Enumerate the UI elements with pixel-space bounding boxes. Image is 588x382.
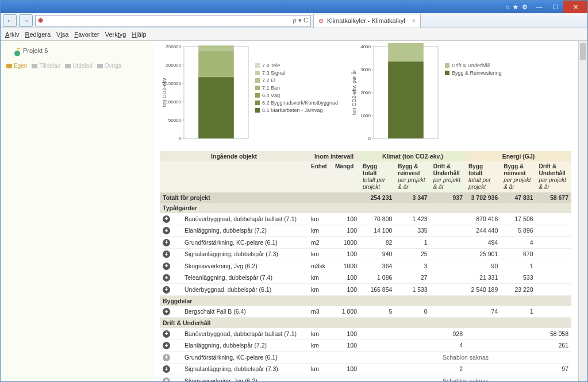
col-interval: Inom intervall [308, 151, 360, 161]
favicon-icon: ⊕ [38, 17, 43, 24]
table-row[interactable]: +Skogsavverkning, Jvg (6.2)m3sk100036439… [160, 260, 571, 272]
col-enhet: Enhet [308, 161, 332, 192]
svg-rect-34 [388, 43, 424, 61]
search-refresh-icon[interactable]: ρ ▾ Ċ [293, 17, 308, 24]
table-row[interactable]: +Teleanläggning, dubbelspår (7.4)km1001 … [160, 272, 571, 284]
table-row[interactable]: +Signalanläggning, dubbelspår (7.3)km100… [160, 363, 571, 375]
back-button[interactable]: ← [3, 14, 17, 27]
content-area: Projekt 6 EgenTilldeladUtdeladÖvriga 050… [1, 41, 587, 381]
sidebar-categories: EgenTilldeladUtdeladÖvriga [6, 59, 147, 72]
svg-text:200000: 200000 [166, 63, 181, 68]
address-bar[interactable]: ⊕ ρ ▾ Ċ [35, 15, 311, 26]
category-tilldelad[interactable]: Tilldelad [32, 63, 60, 69]
sidebar-project-item[interactable]: Projekt 6 [6, 44, 147, 59]
legend-item: 6.4 Väg [255, 92, 338, 98]
table-row[interactable]: +Elanläggning, dubbelspår (7.2)km10014 1… [160, 225, 571, 237]
expand-icon[interactable]: + [163, 286, 170, 294]
minimize-button[interactable]: — [531, 1, 547, 13]
table-row[interactable]: +Bergschakt Fall B (6.4)m31 00050741 [160, 306, 571, 318]
table-row[interactable]: +Banöverbyggnad, dubbelspår ballast (7.1… [160, 213, 571, 225]
col-e3: Drift & Underhållper projekt & år [536, 161, 571, 192]
col-e2: Bygg & reinvestper projekt & år [501, 161, 536, 192]
section-header: Byggdelar [160, 295, 571, 306]
menu-favoriter[interactable]: Favoriter [74, 31, 99, 38]
expand-icon[interactable]: + [163, 308, 170, 315]
col-e1: Bygg totalttotalt per projekt [466, 161, 501, 192]
svg-rect-17 [198, 51, 234, 77]
charts-row: 050000100000150000200000250000ton CO2-ek… [160, 41, 571, 151]
expand-icon[interactable]: + [163, 227, 170, 234]
menubar: Arkiv Redigera Visa Favoriter Verktyg Hj… [1, 28, 587, 41]
category-utdelad[interactable]: Utdelad [65, 63, 92, 69]
star-icon[interactable]: ★ [513, 3, 518, 11]
menu-hjalp[interactable]: Hjälp [132, 31, 146, 38]
project-label: Projekt 6 [23, 47, 48, 54]
tab-title: Klimatkalkyler - Klimatkalkyl [327, 17, 405, 24]
expand-icon[interactable]: + [163, 354, 170, 361]
svg-rect-20 [198, 45, 234, 45]
status-badge-icon [14, 51, 20, 56]
titlebar: ⌂ ★ ⚙ — ☐ ✕ [1, 1, 587, 13]
table-row[interactable]: +Grundförstärkning, KC-pelare (6.1)Schab… [160, 352, 571, 364]
table-row[interactable]: +Underbyggnad, dubbelspår (6.1)km100166 … [160, 284, 571, 296]
expand-icon[interactable]: + [163, 274, 170, 281]
svg-text:3000: 3000 [360, 67, 371, 72]
expand-icon[interactable]: + [163, 365, 170, 373]
menu-arkiv[interactable]: Arkiv [5, 31, 19, 38]
home-icon[interactable]: ⌂ [505, 3, 509, 10]
vertical-scrollbar[interactable] [578, 41, 587, 381]
legend-item: 7.3 Signal [255, 70, 338, 76]
svg-text:0: 0 [368, 136, 371, 141]
col-energi: Energi (GJ) [466, 151, 571, 161]
col-objekt: Ingående objekt [160, 151, 308, 161]
sidebar: Projekt 6 EgenTilldeladUtdeladÖvriga [1, 41, 153, 381]
category-egen[interactable]: Egen [6, 63, 27, 69]
scrollbar-thumb[interactable] [580, 43, 586, 60]
expand-icon[interactable]: + [163, 239, 170, 246]
expand-icon[interactable]: + [163, 250, 170, 258]
svg-text:100000: 100000 [166, 99, 181, 105]
chart-left-svg: 050000100000150000200000250000ton CO2-ek… [160, 43, 252, 146]
table-row[interactable]: +Banöverbyggnad, dubbelspår ballast (7.1… [160, 328, 571, 339]
col-k1: Bygg totalttotalt per projekt [360, 161, 395, 192]
section-header: Typåtgärder [160, 203, 571, 213]
legend-item: 7.2 El [255, 78, 338, 83]
table-row[interactable]: +Signalanläggning, dubbelspår (7.3)km100… [160, 248, 571, 260]
expand-icon[interactable]: + [163, 342, 170, 349]
legend-item: 6.1 Markarbeten - Järnväg [255, 107, 338, 113]
tab-close-icon[interactable]: × [412, 17, 416, 24]
svg-text:50000: 50000 [168, 118, 182, 123]
expand-icon[interactable]: + [163, 215, 170, 223]
svg-text:ton CO2-ekv. per år: ton CO2-ekv. per år [351, 70, 357, 115]
chart-left-legend: 7.4 Tele7.3 Signal7.2 El7.1 Ban6.4 Väg6.… [255, 43, 338, 146]
expand-icon[interactable]: + [163, 330, 170, 338]
tab-favicon-icon: ⊕ [318, 17, 324, 25]
menu-verktyg[interactable]: Verktyg [105, 31, 126, 38]
menu-redigera[interactable]: Redigera [25, 31, 51, 38]
svg-text:1000: 1000 [360, 113, 371, 118]
legend-item: Bygg & Reinvestering [445, 70, 502, 76]
browser-navbar: ← → ⊕ ρ ▾ Ċ ⊕ Klimatkalkyler - Klimatkal… [1, 13, 587, 28]
col-klimat: Klimat (ton CO2-ekv.) [360, 151, 466, 161]
close-button[interactable]: ✕ [563, 1, 587, 13]
results-table: Ingående objekt Inom intervall Klimat (t… [160, 151, 571, 381]
category-övriga[interactable]: Övriga [97, 63, 121, 69]
gear-icon[interactable]: ⚙ [522, 3, 528, 11]
expand-icon[interactable]: + [163, 377, 170, 382]
col-k2: Bygg & reinvestper projekt & år [395, 161, 430, 192]
forward-button[interactable]: → [19, 14, 33, 27]
app-window: ⌂ ★ ⚙ — ☐ ✕ ← → ⊕ ρ ▾ Ċ ⊕ Klimatkalkyler… [0, 0, 588, 382]
svg-text:0: 0 [179, 136, 182, 141]
expand-icon[interactable]: + [163, 263, 170, 270]
section-header: Drift & Underhåll [160, 318, 571, 329]
legend-item: 7.1 Ban [255, 85, 338, 91]
table-row[interactable]: +Elanläggning, dubbelspår (7.2)km1004261 [160, 339, 571, 352]
maximize-button[interactable]: ☐ [547, 1, 563, 13]
table-row[interactable]: +Skogsavverkning, Jvg (6.2)Schablon sakn… [160, 375, 571, 382]
svg-text:4000: 4000 [360, 44, 371, 49]
table-row[interactable]: +Grundförstärkning, KC-pelare (6.1)m2100… [160, 237, 571, 249]
menu-visa[interactable]: Visa [56, 31, 68, 38]
svg-text:250000: 250000 [166, 44, 181, 49]
browser-tab[interactable]: ⊕ Klimatkalkyler - Klimatkalkyl × [313, 14, 421, 28]
col-mangd: Mängd [332, 161, 360, 192]
